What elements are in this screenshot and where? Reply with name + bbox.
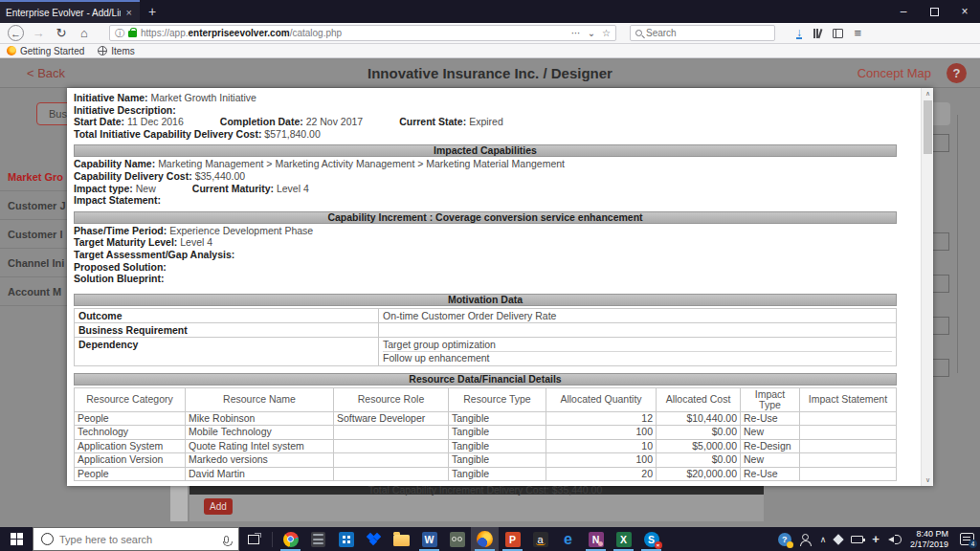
modal-scrollbar[interactable]: ∧ ∨ [921, 88, 933, 486]
scroll-up-icon[interactable]: ∧ [922, 88, 934, 99]
table-row: PeopleDavid MartinTangible20$20,000.00Re… [75, 467, 897, 481]
browser-search-input[interactable] [646, 28, 769, 38]
url-domain: enterpriseevolver.com [188, 28, 289, 38]
taskbar-database-app[interactable] [304, 527, 332, 551]
initiative-sidebar: Market Gro Customer J Customer I Channel… [0, 163, 67, 306]
sidebar-item-market-growth[interactable]: Market Gro [0, 163, 67, 191]
back-icon[interactable]: ← [8, 25, 24, 41]
task-view-button[interactable] [239, 527, 268, 551]
taskbar-search-input[interactable] [59, 534, 218, 545]
taskbar-chrome[interactable] [277, 527, 304, 551]
capability-cost-line: Capability Delivery Cost: $35,440.00 [74, 170, 897, 183]
speaker-icon[interactable] [888, 534, 902, 544]
reload-icon[interactable]: ↻ [50, 26, 73, 40]
solution-blueprint-line: Solution Blueprint: [74, 273, 897, 285]
amazon-icon: a [533, 532, 548, 547]
section-impacted-capabilities: Impacted Capabilities [74, 144, 897, 157]
window-controls: – × [888, 0, 980, 23]
help-tray-icon[interactable]: ? [778, 533, 791, 546]
help-badge [787, 541, 793, 548]
home-icon[interactable]: ⌂ [73, 26, 96, 40]
motivation-label: Dependency [75, 337, 379, 365]
taskbar-search[interactable] [33, 527, 239, 551]
taskbar-excel[interactable]: X [610, 527, 637, 551]
scrollbar-thumb[interactable] [924, 100, 932, 154]
clock-time: 8:40 PM [916, 529, 948, 539]
sidebar-item-account[interactable]: Account M [0, 277, 67, 306]
col-impact-type: Impact Type [741, 387, 800, 411]
dropbox-icon [367, 532, 382, 547]
background-checkbox[interactable] [931, 359, 949, 377]
capability-name-line: Capability Name: Marketing Management > … [74, 158, 897, 170]
background-checkbox[interactable] [931, 275, 949, 293]
tab-close-icon[interactable]: × [124, 7, 134, 18]
col-allocated-quantity: Allocated Quantity [546, 387, 657, 411]
taskbar-firefox[interactable] [471, 527, 499, 551]
taskbar-onenote[interactable]: N [582, 527, 610, 551]
people-tray-icon[interactable] [800, 534, 812, 545]
lock-icon[interactable] [128, 31, 137, 37]
battery-icon[interactable] [851, 536, 863, 543]
initiative-total-cost-line: Total Initiative Capability Delivery Cos… [74, 128, 897, 141]
minimize-button[interactable]: – [888, 0, 919, 23]
taskbar-powerpoint[interactable]: P [499, 527, 526, 551]
scroll-down-icon[interactable]: ∨ [922, 474, 934, 486]
new-tab-button[interactable]: + [140, 0, 165, 23]
taskbar-store[interactable] [332, 527, 360, 551]
library-icon[interactable] [813, 29, 821, 38]
tray-chevron-icon[interactable]: ∧ [820, 535, 827, 544]
taskbar-skype[interactable]: S× [637, 527, 665, 551]
menu-icon[interactable]: ≡ [855, 26, 862, 40]
taskbar-word[interactable]: W [415, 527, 443, 551]
add-button[interactable]: Add [204, 498, 233, 515]
background-checkbox[interactable] [931, 317, 949, 335]
edge-icon: e [564, 532, 572, 547]
bookmark-items[interactable]: Items [98, 46, 134, 56]
taskbar-amazon[interactable]: a [526, 527, 554, 551]
start-button[interactable] [0, 527, 33, 551]
taskbar-dropbox[interactable] [360, 527, 388, 551]
section-resource-data: Resource Data/Financial Details [74, 373, 897, 386]
browser-search-box[interactable] [630, 25, 775, 41]
dropbox-tray-icon[interactable] [834, 534, 844, 544]
maximize-button[interactable] [919, 0, 949, 23]
table-row: Application SystemQuote Rating Intel sys… [75, 439, 897, 453]
background-checkbox[interactable] [931, 134, 949, 152]
cortana-icon [41, 533, 54, 545]
move-tray-icon[interactable]: + [872, 533, 880, 545]
sidebar-item-channel[interactable]: Channel Ini [0, 249, 67, 277]
taskbar-goggles-app[interactable] [443, 527, 471, 551]
goggles-icon [450, 532, 465, 547]
sidebar-item-customer-2[interactable]: Customer I [0, 220, 67, 249]
notification-badge: 4 [969, 540, 977, 548]
forward-icon[interactable]: → [27, 26, 50, 40]
browser-nav-toolbar: ← → ↻ ⌂ ⓘ https://app.enterpriseevolver.… [0, 23, 980, 44]
sidebar-toggle-icon[interactable] [833, 29, 843, 38]
col-resource-category: Resource Category [75, 387, 186, 411]
taskbar-file-explorer[interactable] [388, 527, 415, 551]
maximize-icon [930, 8, 939, 16]
pocket-icon[interactable]: ⌄ [588, 28, 595, 38]
url-bar[interactable]: ⓘ https://app.enterpriseevolver.com/cata… [109, 25, 616, 41]
url-text[interactable]: https://app.enterpriseevolver.com/catalo… [141, 28, 568, 38]
motivation-value-line: Follow up enhancement [383, 351, 892, 364]
file-explorer-icon [393, 535, 410, 546]
sidebar-item-customer-1[interactable]: Customer J [0, 191, 67, 220]
downloads-icon[interactable]: ↓ [796, 28, 802, 39]
browser-tab[interactable]: Enterprise Evolver - Add/Link Categ × [0, 0, 140, 23]
taskbar-clock[interactable]: 8:40 PM2/17/2019 [910, 529, 948, 549]
taskbar-edge[interactable]: e [554, 527, 582, 551]
initiative-detail-modal: Initiative Name: Market Growth Initiativ… [67, 88, 933, 486]
url-path: /catalog.php [290, 28, 343, 38]
page-actions-icon[interactable]: ⋯ [571, 28, 581, 38]
app-header: Innovative Insurance Inc. / Designer < B… [0, 59, 980, 88]
notification-center-icon[interactable]: 4 [960, 533, 974, 545]
site-info-icon[interactable]: ⓘ [115, 27, 124, 40]
bookmark-getting-started[interactable]: Getting Started [7, 46, 84, 56]
bookmark-label: Items [111, 46, 134, 56]
bookmark-star-icon[interactable]: ☆ [602, 28, 611, 38]
close-button[interactable]: × [949, 0, 980, 23]
microphone-icon[interactable] [224, 536, 229, 543]
windows-logo-icon [11, 533, 23, 545]
background-checkbox[interactable] [931, 232, 949, 251]
